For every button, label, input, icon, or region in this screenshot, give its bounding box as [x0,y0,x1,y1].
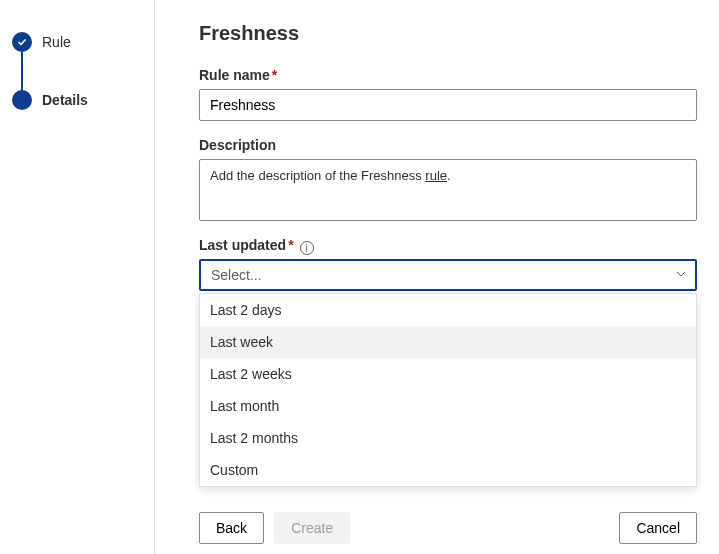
required-asterisk: * [288,237,293,253]
step-rule[interactable]: Rule [12,30,154,54]
step-list: RuleDetails [12,30,154,112]
create-button: Create [274,512,350,544]
description-input[interactable]: Add the description of the Freshness rul… [199,159,697,221]
footer: Back Create Cancel [199,501,697,554]
main-content: Freshness Rule name* Description Add the… [155,0,719,554]
last-updated-label: Last updated* [199,237,294,253]
option-custom[interactable]: Custom [200,454,696,486]
select-placeholder: Select... [211,267,262,283]
wizard-sidebar: RuleDetails [0,0,155,554]
step-label: Rule [42,34,71,50]
checkmark-icon [12,32,32,52]
field-rule-name: Rule name* [199,67,697,121]
option-last-2-weeks[interactable]: Last 2 weeks [200,358,696,390]
field-description: Description Add the description of the F… [199,137,697,221]
back-button[interactable]: Back [199,512,264,544]
rule-name-input[interactable] [199,89,697,121]
chevron-down-icon [675,267,687,283]
option-last-month[interactable]: Last month [200,390,696,422]
page-title: Freshness [199,22,697,45]
option-last-week[interactable]: Last week [200,326,696,358]
description-label: Description [199,137,697,153]
step-label: Details [42,92,88,108]
last-updated-select[interactable]: Select... [199,259,697,291]
info-icon[interactable]: i [300,241,314,255]
field-last-updated: Last updated* i Select... Last 2 daysLas… [199,237,697,291]
step-details[interactable]: Details [12,88,154,112]
option-last-2-days[interactable]: Last 2 days [200,294,696,326]
last-updated-dropdown: Last 2 daysLast weekLast 2 weeksLast mon… [199,293,697,487]
rule-name-label: Rule name* [199,67,697,83]
option-last-2-months[interactable]: Last 2 months [200,422,696,454]
required-asterisk: * [272,67,277,83]
dot-icon [12,90,32,110]
cancel-button[interactable]: Cancel [619,512,697,544]
